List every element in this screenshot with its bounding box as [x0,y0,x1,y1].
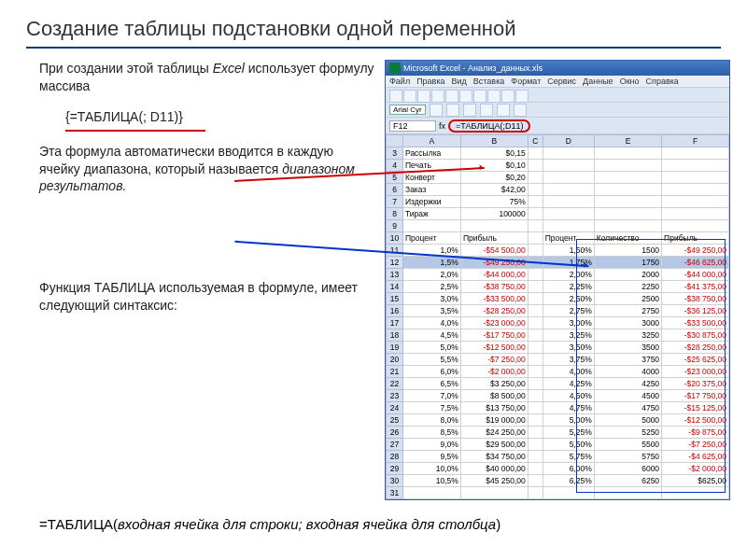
cell[interactable]: -$28 250,00 [662,342,729,354]
cell[interactable]: 6250 [594,475,661,487]
worksheet[interactable]: ABCDEF3Рассылка$0,154Печать$0,105Конверт… [386,134,729,499]
cell[interactable]: -$49 250,00 [662,245,729,257]
cell[interactable]: $8 500,00 [460,390,528,402]
cell[interactable] [528,160,543,172]
cell[interactable] [662,172,729,184]
cell[interactable]: 4,0% [403,317,461,329]
row-header[interactable]: 11 [387,245,403,257]
col-header[interactable]: E [594,135,661,147]
cell[interactable]: $625,00 [662,475,729,487]
row-header[interactable]: 7 [387,196,403,208]
formula-bar-content[interactable]: =ТАБЛИЦА(;D11) [448,119,530,133]
row-header[interactable]: 25 [387,414,403,427]
row-header[interactable]: 21 [387,366,403,378]
cell[interactable]: 4,75% [543,402,594,414]
cell[interactable]: 4,00% [543,366,594,378]
cell[interactable] [528,451,543,463]
cell[interactable]: $3 250,00 [460,378,528,390]
cell[interactable]: -$33 500,00 [460,293,528,305]
cell[interactable]: 2,50% [543,293,594,305]
fx-icon[interactable]: fx [439,121,445,131]
cell[interactable] [528,269,543,281]
row-header[interactable]: 28 [387,451,403,463]
cell[interactable]: 4000 [594,366,661,378]
cell[interactable]: -$17 750,00 [662,390,729,402]
cell[interactable]: -$44 000,00 [662,269,729,281]
toolbar-button[interactable] [497,104,510,117]
row-header[interactable]: 20 [387,354,403,366]
cell[interactable] [528,342,543,354]
row-header[interactable]: 26 [387,427,403,439]
col-header[interactable]: D [543,135,594,147]
cell[interactable]: 7,0% [403,390,461,402]
cell[interactable]: 1750 [594,257,661,269]
cell[interactable] [528,463,543,475]
cell[interactable] [543,147,594,160]
toolbar-button[interactable] [417,90,430,103]
cell[interactable] [662,196,729,208]
cell[interactable]: 2250 [594,281,661,293]
cell[interactable]: 5,75% [543,451,594,463]
cell[interactable] [528,439,543,451]
menu-item[interactable]: Формат [511,77,541,86]
cell[interactable]: Рассылка [403,147,461,160]
row-header[interactable]: 23 [387,390,403,402]
cell[interactable]: -$7 250,00 [460,354,528,366]
cell[interactable]: 8,5% [403,427,461,439]
cell[interactable]: $24 250,00 [460,427,528,439]
cell[interactable] [528,329,543,342]
cell[interactable]: -$38 750,00 [460,281,528,293]
toolbar-button[interactable] [445,90,458,103]
cell[interactable]: $29 500,00 [460,439,528,451]
cell[interactable]: 9,0% [403,439,461,451]
row-header[interactable]: 16 [387,305,403,317]
cell[interactable]: $19 000,00 [460,414,528,427]
toolbar-button[interactable] [514,104,527,117]
cell[interactable]: 3,75% [543,354,594,366]
cell[interactable]: 2,00% [543,269,594,281]
toolbar-button[interactable] [389,90,402,103]
cell[interactable]: Тираж [403,208,461,220]
cell[interactable]: $0,10 [460,160,528,172]
formula-bar[interactable]: F12 fx =ТАБЛИЦА(;D11) [386,118,729,134]
cell[interactable]: -$12 500,00 [460,342,528,354]
formatting-toolbar[interactable]: Arial Cyr [386,103,729,118]
cell[interactable]: 5500 [594,439,661,451]
cell[interactable]: 7,5% [403,402,461,414]
cell[interactable]: -$17 750,00 [460,329,528,342]
name-box[interactable]: F12 [389,120,436,132]
cell[interactable]: 3250 [594,329,661,342]
cell[interactable]: -$12 500,00 [662,414,729,427]
cell[interactable] [528,281,543,293]
toolbar-button[interactable] [459,90,472,103]
toolbar-button[interactable] [515,90,529,103]
cell[interactable]: 6000 [594,463,661,475]
menu-item[interactable]: Вставка [473,77,504,86]
cell[interactable] [528,305,543,317]
cell[interactable]: 3,25% [543,329,594,342]
cell[interactable]: 2,0% [403,269,461,281]
toolbar-button[interactable] [480,104,493,117]
cell[interactable]: -$23 000,00 [460,317,528,329]
cell[interactable]: 3,0% [403,293,461,305]
cell[interactable]: 5,0% [403,342,461,354]
cell[interactable]: 3000 [594,317,661,329]
cell[interactable] [594,147,661,160]
cell[interactable]: 5000 [594,414,661,427]
menu-item[interactable]: Данные [583,77,613,86]
cell[interactable]: 4,25% [543,378,594,390]
cell[interactable] [543,208,594,220]
cell[interactable] [543,184,594,196]
cell[interactable]: -$2 000,00 [460,366,528,378]
cell[interactable]: Издержки [403,196,461,208]
cell[interactable] [528,184,543,196]
cell[interactable] [594,184,661,196]
cell[interactable]: 4,5% [403,329,461,342]
cell[interactable] [528,427,543,439]
col-header[interactable]: C [528,135,543,147]
cell[interactable]: $45 250,00 [460,475,528,487]
menu-item[interactable]: Вид [452,77,467,86]
cell[interactable] [543,196,594,208]
cell[interactable]: -$33 500,00 [662,317,729,329]
cell[interactable] [528,317,543,329]
